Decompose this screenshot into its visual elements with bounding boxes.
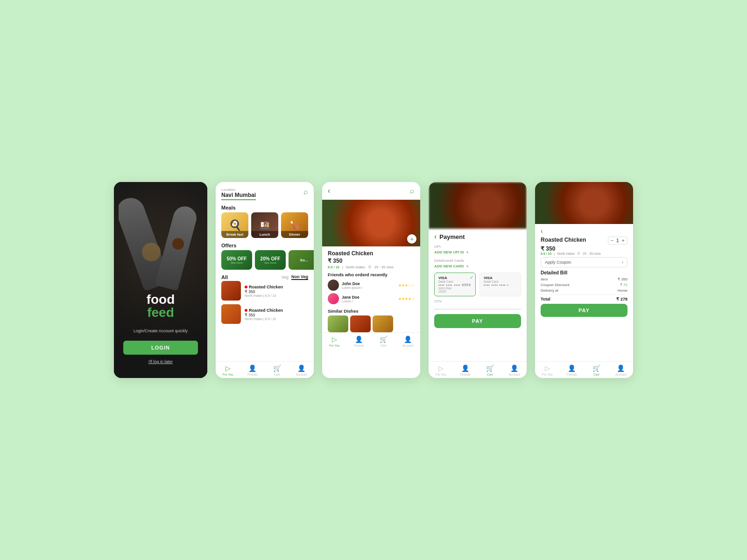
qty-plus-button[interactable]: +	[622, 238, 625, 243]
similar-thumb-2[interactable]	[350, 315, 371, 332]
for-you-icon: ▷	[226, 364, 231, 372]
nav-account[interactable]: 👤 Account	[289, 364, 314, 376]
detail-nav-account[interactable]: 👤 Account	[396, 336, 421, 347]
summary-pay-button[interactable]: PAY	[541, 304, 627, 317]
offer-2[interactable]: 20% OFF See more	[255, 250, 286, 270]
search-icon[interactable]: ⌕	[303, 188, 308, 196]
home-bottom-nav: ▷ For You 👤 Friends 🛒 Cart 👤 Account	[216, 361, 314, 378]
payment-back-button[interactable]: ‹	[434, 232, 437, 241]
pay-button[interactable]: PAY	[434, 314, 521, 328]
food-item-1[interactable]: Roasted Chicken ₹ 350 North Indian | 8.9…	[221, 281, 308, 301]
veg-label[interactable]: Veg	[281, 275, 289, 280]
food-item-2[interactable]: Roasted Chicken ₹ 350 North Indian | 8.9…	[221, 304, 308, 324]
summary-item-name: Roasted Chicken	[541, 237, 586, 243]
all-label: All	[221, 274, 228, 280]
card-1[interactable]: VISA Debit Card •••• •••• •••• 9555 John…	[434, 273, 476, 296]
detail-nav-friends[interactable]: 👤 Friends	[347, 336, 372, 347]
qty-minus-button[interactable]: −	[611, 238, 613, 243]
offers-title: Offers	[216, 241, 314, 250]
payment-nav-for-you[interactable]: ▷ For You	[429, 364, 453, 376]
detail-nav-for-you[interactable]: ▷ For You	[322, 336, 347, 347]
friend-name-1: John Doe	[342, 281, 362, 286]
app-name-food: food	[147, 293, 175, 306]
offers-row: 50% OFF See more 20% OFF See more So...	[216, 250, 314, 273]
meal-dinner[interactable]: 🍗 Dinner	[281, 212, 308, 238]
nav-cart[interactable]: 🛒 Cart	[265, 364, 289, 376]
add-card-button[interactable]: ADD NEW CARD ＋	[429, 263, 527, 271]
quantity-control: − 1 +	[608, 237, 627, 245]
card-1-holder: John Doe	[438, 287, 472, 290]
food-list: Roasted Chicken ₹ 350 North Indian | 8.9…	[216, 281, 314, 361]
detail-cart-label: Cart	[381, 344, 386, 347]
offer-1[interactable]: 50% OFF See more	[221, 250, 252, 270]
bill-discount-row: Coupon Discount ₹ 72	[541, 283, 627, 287]
offer-3[interactable]: So...	[289, 250, 314, 270]
detail-back-button[interactable]: ‹	[328, 187, 330, 195]
nonveg-label[interactable]: Non Veg	[291, 274, 308, 280]
card-2-brand: VISA	[484, 276, 517, 280]
app-name-feed: feed	[147, 306, 175, 319]
detail-rating: 8.9 / 10	[328, 265, 339, 269]
summary-time-icon: ⏱	[577, 252, 580, 255]
detail-separator: |	[342, 265, 343, 269]
summary-back-button[interactable]: ‹	[541, 227, 543, 235]
app-title: food feed	[147, 293, 175, 319]
card-2-dots: •••• •••• •••• •	[484, 283, 517, 287]
detail-friends-icon: 👤	[355, 336, 363, 343]
payment-title: Payment	[439, 233, 465, 240]
bill-item-label: Item	[541, 277, 548, 281]
breakfast-label: Break fast	[221, 231, 248, 238]
detail-time-icon: ⏱	[368, 265, 372, 269]
summary-friends-icon: 👤	[568, 364, 576, 372]
meal-lunch[interactable]: 🍱 Lunch	[251, 212, 278, 238]
bill-coupon-value: ₹ 72	[620, 283, 627, 287]
summary-friends-label: Friends	[567, 373, 577, 376]
food-name-row-1: Roasted Chicken	[245, 285, 308, 289]
hero-add-button[interactable]: +	[407, 234, 416, 244]
payment-nav-account[interactable]: 👤 Account	[502, 364, 527, 376]
login-button[interactable]: LOGIN	[123, 341, 198, 355]
summary-hero-image	[535, 182, 633, 224]
offer-2-see: See more	[264, 261, 276, 264]
dinner-label: Dinner	[281, 231, 308, 238]
friend-avatar-1	[328, 280, 339, 291]
summary-content: ‹ Roasted Chicken − 1 + ₹ 350 8.9 / 10 |…	[535, 224, 633, 361]
card-2[interactable]: VISA Debit Card •••• •••• •••• •	[479, 273, 521, 296]
screens-container: food feed Login/Create Account quickly L…	[114, 182, 633, 378]
login-later-link[interactable]: I'll log in later	[148, 359, 173, 364]
payment-nav-friends[interactable]: 👤 Friends	[453, 364, 478, 376]
detail-nav-cart[interactable]: 🛒 Cart	[371, 336, 396, 347]
cvv-input[interactable]	[434, 304, 521, 309]
detail-cuisine: North Indian	[346, 265, 365, 269]
similar-title: Similar Dishes	[328, 308, 415, 314]
detail-info: Roasted Chicken ₹ 350 8.9 / 10 | North I…	[322, 246, 420, 269]
food-meta-1: North Indian | 8.9 / 10	[245, 294, 308, 297]
screen-payment: ‹ Payment UPI: ADD NEW UPI ID ＋ Debit/cr…	[429, 182, 527, 378]
similar-thumb-3[interactable]	[373, 315, 393, 332]
bill-delivery-value: Home	[618, 288, 627, 293]
nav-for-you[interactable]: ▷ For You	[216, 364, 240, 376]
detail-search-icon[interactable]: ⌕	[410, 187, 415, 195]
summary-for-you-icon: ▷	[545, 364, 550, 372]
offer-3-percent: So...	[300, 258, 308, 262]
summary-account-label: Account	[615, 373, 627, 376]
meal-breakfast[interactable]: 🍳 Break fast	[221, 212, 248, 238]
add-upi-icon: ＋	[465, 250, 469, 255]
similar-thumb-1[interactable]	[328, 315, 348, 332]
detail-bottom-nav: ▷ For You 👤 Friends 🛒 Cart 👤 Account	[322, 332, 420, 349]
summary-nav-account[interactable]: 👤 Account	[609, 364, 634, 376]
food-img-2	[221, 304, 241, 324]
summary-nav-friends[interactable]: 👤 Friends	[560, 364, 585, 376]
summary-nav-for-you[interactable]: ▷ For You	[535, 364, 560, 376]
bill-total-row: Total ₹ 278	[541, 297, 627, 301]
detail-cart-icon: 🛒	[380, 336, 388, 343]
add-upi-button[interactable]: ADD NEW UPI ID ＋	[429, 249, 527, 257]
card-1-year: 10/20	[438, 290, 472, 293]
food-thumb-1	[221, 281, 241, 301]
apply-coupon-button[interactable]: Apply Coupon ›	[541, 257, 627, 267]
friend-stars-2: ★★★★☆	[398, 297, 415, 301]
summary-nav-cart[interactable]: 🛒 Cart	[584, 364, 609, 376]
payment-nav-cart[interactable]: 🛒 Cart	[478, 364, 502, 376]
detail-friends-label: Friends	[354, 344, 364, 347]
nav-friends[interactable]: 👤 Friends	[240, 364, 265, 376]
